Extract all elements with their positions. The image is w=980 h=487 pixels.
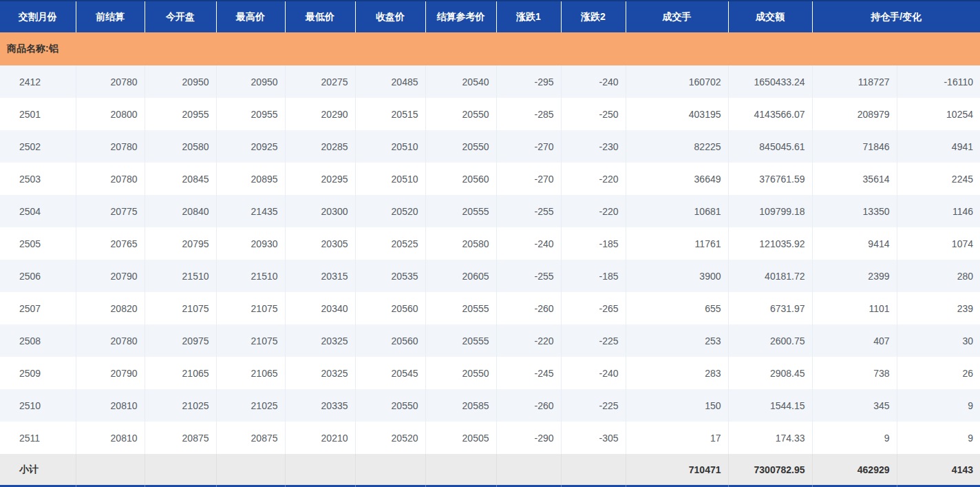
cell-volume: 3900 xyxy=(626,260,728,292)
subtotal-row: 小计 710471 7300782.95 462929 4143 xyxy=(0,454,980,485)
cell-volume: 253 xyxy=(626,324,728,357)
col-header-close: 收盘价 xyxy=(355,1,425,32)
table-row: 2509207902106521065203252054520550-245-2… xyxy=(0,357,980,389)
cell-settlement-ref: 20580 xyxy=(425,227,496,260)
cell-change1: -240 xyxy=(496,227,561,260)
cell-low: 20325 xyxy=(285,324,355,357)
cell-volume: 160702 xyxy=(626,65,728,98)
cell-month: 2508 xyxy=(0,324,76,357)
cell-settlement-ref: 20550 xyxy=(425,130,496,163)
cell-close: 20510 xyxy=(355,130,425,163)
cell-high: 20950 xyxy=(216,65,285,98)
subtotal-empty-cell xyxy=(285,454,355,485)
cell-change2: -230 xyxy=(561,130,626,163)
futures-quotes-table: 交割月份 前结算 今开盘 最高价 最低价 收盘价 结算参考价 涨跌1 涨跌2 成… xyxy=(0,0,980,487)
cell-low: 20210 xyxy=(285,422,355,454)
cell-change2: -305 xyxy=(561,422,626,454)
cell-low: 20300 xyxy=(285,195,355,227)
cell-turnover: 121035.92 xyxy=(728,227,812,260)
cell-settlement-ref: 20550 xyxy=(425,98,496,130)
cell-turnover: 2908.45 xyxy=(728,357,812,389)
cell-month: 2506 xyxy=(0,260,76,292)
cell-month: 2510 xyxy=(0,389,76,422)
col-header-settlement-ref: 结算参考价 xyxy=(425,1,496,32)
table-row: 2505207652079520930203052052520580-240-1… xyxy=(0,227,980,260)
cell-open-interest: 9414 xyxy=(812,227,897,260)
cell-high: 20955 xyxy=(216,98,285,130)
col-header-change1: 涨跌1 xyxy=(496,1,561,32)
cell-change1: -255 xyxy=(496,260,561,292)
cell-high: 21435 xyxy=(216,195,285,227)
cell-open: 20975 xyxy=(145,324,216,357)
cell-high: 21075 xyxy=(216,292,285,324)
cell-turnover: 40181.72 xyxy=(728,260,812,292)
subtotal-open-interest: 462929 xyxy=(812,454,897,485)
cell-prev-settlement: 20780 xyxy=(76,324,145,357)
col-header-delivery-month: 交割月份 xyxy=(0,1,76,32)
cell-oi-change: 4941 xyxy=(897,130,980,163)
cell-oi-change: 30 xyxy=(897,324,980,357)
commodity-section-row: 商品名称:铝 xyxy=(0,32,980,65)
cell-volume: 655 xyxy=(626,292,728,324)
cell-oi-change: 1074 xyxy=(897,227,980,260)
cell-prev-settlement: 20800 xyxy=(76,98,145,130)
cell-oi-change: 239 xyxy=(897,292,980,324)
cell-prev-settlement: 20780 xyxy=(76,130,145,163)
cell-close: 20545 xyxy=(355,357,425,389)
cell-settlement-ref: 20555 xyxy=(425,292,496,324)
table-row: 2508207802097521075203252056020555-220-2… xyxy=(0,324,980,357)
cell-open: 21075 xyxy=(145,292,216,324)
cell-oi-change: 9 xyxy=(897,389,980,422)
cell-change2: -240 xyxy=(561,357,626,389)
cell-low: 20295 xyxy=(285,163,355,195)
cell-low: 20335 xyxy=(285,389,355,422)
subtotal-empty-cell xyxy=(496,454,561,485)
cell-turnover: 845045.61 xyxy=(728,130,812,163)
cell-month: 2503 xyxy=(0,163,76,195)
col-header-turnover: 成交额 xyxy=(728,1,812,32)
cell-month: 2502 xyxy=(0,130,76,163)
cell-volume: 150 xyxy=(626,389,728,422)
cell-close: 20560 xyxy=(355,292,425,324)
cell-open: 20950 xyxy=(145,65,216,98)
cell-low: 20325 xyxy=(285,357,355,389)
table-body: 商品名称:铝 241220780209502095020275204852054… xyxy=(0,32,980,487)
cell-month: 2501 xyxy=(0,98,76,130)
quotes-screen: 交割月份 前结算 今开盘 最高价 最低价 收盘价 结算参考价 涨跌1 涨跌2 成… xyxy=(0,0,980,487)
col-header-open-interest-change: 持仓手/变化 xyxy=(812,1,980,32)
cell-turnover: 174.33 xyxy=(728,422,812,454)
cell-close: 20535 xyxy=(355,260,425,292)
cell-turnover: 1650433.24 xyxy=(728,65,812,98)
subtotal-oi-change: 4143 xyxy=(897,454,980,485)
cell-open-interest: 407 xyxy=(812,324,897,357)
table-row: 2506207902151021510203152053520605-255-1… xyxy=(0,260,980,292)
table-row: 2502207802058020925202852051020550-270-2… xyxy=(0,130,980,163)
cell-change1: -295 xyxy=(496,65,561,98)
cell-prev-settlement: 20790 xyxy=(76,260,145,292)
cell-volume: 36649 xyxy=(626,163,728,195)
cell-change1: -245 xyxy=(496,357,561,389)
cell-open: 21065 xyxy=(145,357,216,389)
cell-high: 20895 xyxy=(216,163,285,195)
cell-open-interest: 1101 xyxy=(812,292,897,324)
cell-volume: 403195 xyxy=(626,98,728,130)
cell-prev-settlement: 20810 xyxy=(76,422,145,454)
cell-turnover: 109799.18 xyxy=(728,195,812,227)
cell-open-interest: 118727 xyxy=(812,65,897,98)
cell-settlement-ref: 20505 xyxy=(425,422,496,454)
cell-prev-settlement: 20780 xyxy=(76,65,145,98)
cell-open: 20795 xyxy=(145,227,216,260)
cell-high: 21075 xyxy=(216,324,285,357)
cell-volume: 82225 xyxy=(626,130,728,163)
cell-change2: -185 xyxy=(561,260,626,292)
cell-change2: -220 xyxy=(561,163,626,195)
cell-month: 2509 xyxy=(0,357,76,389)
cell-close: 20485 xyxy=(355,65,425,98)
cell-change2: -225 xyxy=(561,389,626,422)
cell-close: 20525 xyxy=(355,227,425,260)
cell-change1: -290 xyxy=(496,422,561,454)
cell-volume: 17 xyxy=(626,422,728,454)
cell-oi-change: 9 xyxy=(897,422,980,454)
col-header-high: 最高价 xyxy=(216,1,285,32)
cell-open-interest: 345 xyxy=(812,389,897,422)
